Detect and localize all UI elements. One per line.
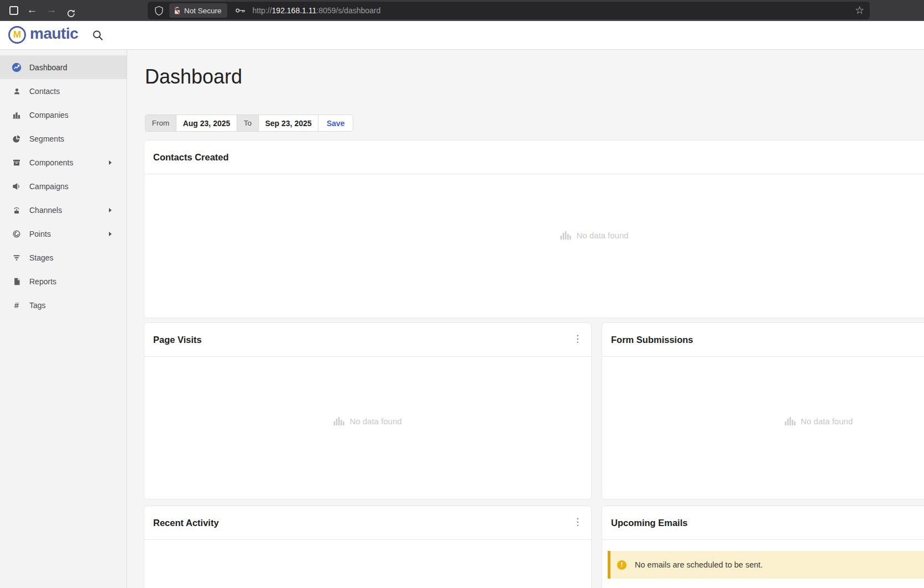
widget-title: Upcoming Emails [611, 518, 687, 528]
widget-header: Upcoming Emails [602, 506, 924, 540]
warning-icon: ! [617, 560, 627, 570]
browser-chrome: ← → Not Secure http://192.168.1.11:8059/… [0, 0, 924, 21]
back-button[interactable]: ← [25, 0, 39, 21]
date-from-input[interactable]: Aug 23, 2025 [176, 115, 237, 131]
shield-icon[interactable] [154, 6, 164, 16]
sidebar-item-label: Segments [29, 134, 64, 143]
components-icon [12, 158, 22, 167]
sidebar-item-reports[interactable]: Reports [0, 269, 127, 293]
channels-icon [12, 206, 22, 215]
points-icon [12, 230, 22, 238]
chevron-right-icon [109, 160, 112, 165]
url-text: http://192.168.1.11:8059/s/dashboard [253, 6, 381, 15]
sidebar-item-label: Contacts [29, 87, 60, 96]
bookmark-star-icon[interactable]: ☆ [855, 4, 864, 17]
sidebar-item-dashboard[interactable]: Dashboard [0, 55, 127, 79]
sidebar-item-label: Points [29, 230, 51, 238]
not-secure-badge[interactable]: Not Secure [169, 3, 227, 18]
widget-recent-activity: Recent Activity ⋮ [144, 506, 592, 588]
widget-title: Contacts Created [153, 152, 229, 163]
app-header: M mautic [0, 21, 924, 50]
date-to-input[interactable]: Sep 23, 2025 [259, 115, 319, 131]
broken-lock-icon [174, 7, 181, 15]
date-to-label: To [237, 115, 259, 131]
sidebar-item-tags[interactable]: # Tags [0, 293, 127, 317]
empty-state-text: No data found [576, 231, 628, 240]
widget-header: Form Submissions [602, 323, 924, 357]
widget-contacts-created: Contacts Created No data found [144, 140, 924, 318]
chevron-right-icon [109, 232, 112, 236]
alert-message: No emails are scheduled to be sent. [635, 560, 763, 569]
sidebar-item-campaigns[interactable]: Campaigns [0, 174, 127, 198]
sidebar-item-label: Stages [29, 253, 54, 262]
segments-icon [12, 134, 22, 143]
sidebar-item-label: Channels [29, 206, 62, 215]
url-path: :8059/s/dashboard [316, 6, 380, 15]
widget-upcoming-emails: Upcoming Emails ! No emails are schedule… [602, 506, 924, 588]
tab-overview-icon[interactable] [9, 6, 18, 15]
widget-page-visits: Page Visits ⋮ No data found [144, 322, 592, 499]
sidebar-item-contacts[interactable]: Contacts [0, 79, 127, 103]
sidebar: Dashboard Contacts Companies Segments Co [0, 50, 127, 588]
tags-hash-icon: # [12, 300, 22, 310]
date-save-button[interactable]: Save [319, 115, 353, 131]
sidebar-item-points[interactable]: Points [0, 222, 127, 246]
sidebar-item-label: Reports [29, 277, 56, 286]
widget-header: Page Visits [144, 323, 591, 357]
url-host: 192.168.1.11 [272, 6, 317, 15]
reload-button[interactable] [64, 0, 77, 21]
kebab-menu-icon[interactable]: ⋮ [573, 334, 582, 344]
search-icon[interactable] [92, 29, 104, 41]
bar-chart-icon [333, 415, 344, 426]
empty-state: No data found [144, 174, 924, 241]
sidebar-item-label: Dashboard [29, 63, 67, 72]
no-emails-alert: ! No emails are scheduled to be sent. [608, 551, 924, 579]
brand-wordmark: mautic [30, 26, 78, 44]
screen: ← → Not Secure http://192.168.1.11:8059/… [0, 0, 924, 588]
sidebar-item-channels[interactable]: Channels [0, 198, 127, 222]
bar-chart-icon [785, 415, 796, 426]
widget-title: Recent Activity [153, 518, 219, 528]
sidebar-item-label: Campaigns [29, 182, 69, 191]
url-scheme: http:// [253, 6, 272, 15]
empty-state-text: No data found [349, 417, 401, 426]
companies-icon [12, 111, 22, 119]
sidebar-item-label: Components [29, 158, 73, 167]
sidebar-item-label: Companies [29, 111, 69, 119]
mautic-logo[interactable]: M mautic [8, 26, 78, 44]
forward-button[interactable]: → [45, 0, 58, 21]
bar-chart-icon [560, 230, 571, 241]
empty-state: No data found [144, 357, 591, 423]
page-title: Dashboard [145, 65, 242, 89]
date-from-label: From [145, 115, 176, 131]
campaigns-icon [12, 182, 22, 191]
dashboard-icon [12, 63, 22, 72]
date-range-filter: From Aug 23, 2025 To Sep 23, 2025 Save [145, 115, 353, 132]
widget-header: Recent Activity [144, 506, 591, 540]
sidebar-item-components[interactable]: Components [0, 150, 127, 174]
contacts-icon [12, 87, 22, 96]
widget-form-submissions: Form Submissions No data found [602, 322, 924, 499]
kebab-menu-icon[interactable]: ⋮ [573, 517, 582, 527]
empty-state: No data found [602, 357, 924, 423]
chevron-right-icon [109, 208, 112, 212]
mautic-logo-mark-icon: M [8, 26, 26, 44]
widget-title: Form Submissions [611, 335, 693, 345]
sidebar-item-stages[interactable]: Stages [0, 246, 127, 269]
sidebar-item-companies[interactable]: Companies [0, 103, 127, 127]
reload-icon [66, 9, 76, 18]
not-secure-label: Not Secure [184, 7, 222, 15]
stages-icon [12, 253, 22, 262]
key-icon [235, 7, 246, 14]
sidebar-item-label: Tags [29, 301, 46, 310]
empty-state-text: No data found [801, 417, 853, 426]
widget-title: Page Visits [153, 335, 202, 345]
reports-icon [12, 277, 22, 286]
url-bar[interactable]: Not Secure http://192.168.1.11:8059/s/da… [148, 2, 870, 19]
widget-header: Contacts Created [144, 141, 924, 174]
sidebar-item-segments[interactable]: Segments [0, 127, 127, 150]
